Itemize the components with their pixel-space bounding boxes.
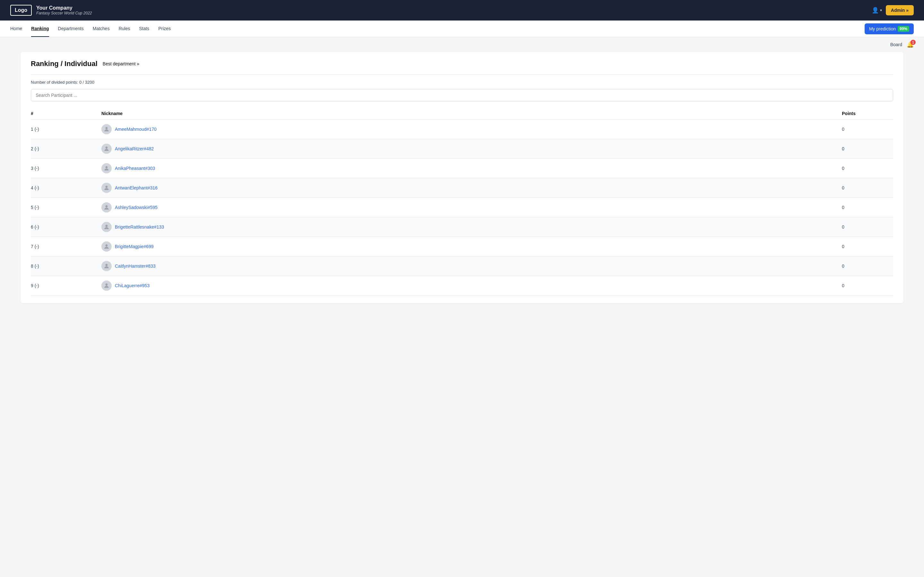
nav-item-stats[interactable]: Stats bbox=[139, 21, 149, 37]
avatar bbox=[102, 242, 111, 251]
rank-cell: 8 (-) bbox=[31, 263, 102, 269]
header-left: Logo Your Company Fantasy Soccer World C… bbox=[10, 5, 92, 16]
company-subtitle: Fantasy Soccer World Cup 2022 bbox=[36, 11, 92, 15]
svg-point-7 bbox=[105, 264, 108, 266]
company-info: Your Company Fantasy Soccer World Cup 20… bbox=[36, 5, 92, 15]
nickname-link[interactable]: BrigitteMagpie#699 bbox=[115, 244, 153, 249]
main-content: Ranking / Individual Best department » N… bbox=[21, 52, 903, 303]
prediction-score-badge: 99% bbox=[898, 26, 909, 32]
header-right: 👤 ▾ Admin » bbox=[872, 5, 914, 15]
nickname-cell: AnikaPheasant#303 bbox=[102, 163, 842, 173]
header: Logo Your Company Fantasy Soccer World C… bbox=[0, 0, 924, 21]
points-cell: 0 bbox=[842, 146, 893, 151]
nickname-cell: ChiLaguerre#953 bbox=[102, 280, 842, 291]
svg-point-5 bbox=[105, 225, 108, 227]
points-cell: 0 bbox=[842, 166, 893, 171]
nav-bar: Home Ranking Departments Matches Rules S… bbox=[0, 21, 924, 37]
sub-header: Board 🔔 1 bbox=[0, 37, 924, 52]
logo: Logo bbox=[10, 5, 32, 16]
table-row: 3 (-) AnikaPheasant#303 0 bbox=[31, 159, 893, 178]
table-row: 4 (-) AntwanElephant#316 0 bbox=[31, 178, 893, 198]
table-row: 8 (-) CaitlynHamster#833 0 bbox=[31, 256, 893, 276]
company-name: Your Company bbox=[36, 5, 92, 11]
avatar bbox=[102, 202, 111, 213]
nickname-link[interactable]: AnikaPheasant#303 bbox=[115, 166, 155, 171]
avatar bbox=[102, 143, 111, 154]
avatar bbox=[102, 183, 111, 193]
svg-point-0 bbox=[105, 127, 108, 129]
nickname-link[interactable]: BrigetteRattlesnake#133 bbox=[115, 224, 164, 229]
search-input[interactable] bbox=[31, 89, 893, 101]
points-cell: 0 bbox=[842, 185, 893, 190]
rank-cell: 2 (-) bbox=[31, 146, 102, 151]
col-rank: # bbox=[31, 111, 102, 116]
table-row: 5 (-) AshleySadowski#595 0 bbox=[31, 198, 893, 218]
admin-button[interactable]: Admin » bbox=[886, 5, 914, 15]
nav-item-rules[interactable]: Rules bbox=[119, 21, 130, 37]
avatar bbox=[102, 222, 111, 232]
rank-cell: 3 (-) bbox=[31, 166, 102, 171]
page-title-row: Ranking / Individual Best department » bbox=[31, 60, 893, 68]
nickname-cell: BrigetteRattlesnake#133 bbox=[102, 222, 842, 232]
nav-item-home[interactable]: Home bbox=[10, 21, 22, 37]
nav-item-departments[interactable]: Departments bbox=[58, 21, 84, 37]
rank-cell: 7 (-) bbox=[31, 244, 102, 249]
points-cell: 0 bbox=[842, 224, 893, 229]
nickname-cell: AngelikaRitzer#482 bbox=[102, 143, 842, 154]
user-chevron: ▾ bbox=[880, 8, 882, 13]
rank-cell: 9 (-) bbox=[31, 283, 102, 288]
my-prediction-button[interactable]: My prediction 99% bbox=[865, 23, 914, 34]
svg-point-4 bbox=[105, 205, 108, 207]
table-row: 7 (-) BrigitteMagpie#699 0 bbox=[31, 237, 893, 256]
points-cell: 0 bbox=[842, 127, 893, 132]
svg-point-6 bbox=[105, 244, 108, 247]
table-row: 9 (-) ChiLaguerre#953 0 bbox=[31, 276, 893, 295]
avatar bbox=[102, 163, 111, 173]
rank-cell: 4 (-) bbox=[31, 185, 102, 190]
svg-point-3 bbox=[105, 185, 108, 188]
rank-cell: 1 (-) bbox=[31, 127, 102, 132]
table-row: 1 (-) AmeeMahmoud#170 0 bbox=[31, 119, 893, 139]
svg-point-2 bbox=[105, 166, 108, 168]
nickname-cell: BrigitteMagpie#699 bbox=[102, 242, 842, 251]
nav-item-prizes[interactable]: Prizes bbox=[158, 21, 171, 37]
avatar bbox=[102, 124, 111, 134]
nickname-link[interactable]: AmeeMahmoud#170 bbox=[115, 127, 157, 132]
nav-links: Home Ranking Departments Matches Rules S… bbox=[10, 21, 171, 37]
nickname-link[interactable]: ChiLaguerre#953 bbox=[115, 283, 150, 288]
notifications-bell-button[interactable]: 🔔 1 bbox=[907, 41, 914, 48]
nickname-link[interactable]: AntwanElephant#316 bbox=[115, 185, 158, 190]
nickname-link[interactable]: AshleySadowski#595 bbox=[115, 205, 158, 210]
points-cell: 0 bbox=[842, 205, 893, 210]
avatar bbox=[102, 261, 111, 271]
points-info: Number of divided points: 0 / 3200 bbox=[31, 80, 893, 85]
table-header: # Nickname Points bbox=[31, 108, 893, 119]
rank-cell: 5 (-) bbox=[31, 205, 102, 210]
points-cell: 0 bbox=[842, 244, 893, 249]
my-prediction-label: My prediction bbox=[869, 26, 896, 31]
avatar bbox=[102, 280, 111, 291]
points-cell: 0 bbox=[842, 283, 893, 288]
table-row: 6 (-) BrigetteRattlesnake#133 0 bbox=[31, 218, 893, 237]
best-department-button[interactable]: Best department » bbox=[103, 61, 139, 66]
rank-cell: 6 (-) bbox=[31, 224, 102, 229]
nickname-link[interactable]: AngelikaRitzer#482 bbox=[115, 146, 153, 151]
col-points: Points bbox=[842, 111, 893, 116]
svg-point-1 bbox=[105, 147, 108, 149]
user-icon: 👤 bbox=[872, 7, 879, 14]
table-body: 1 (-) AmeeMahmoud#170 0 2 (-) AngelikaRi… bbox=[31, 119, 893, 295]
divider bbox=[31, 74, 893, 75]
nickname-cell: AmeeMahmoud#170 bbox=[102, 124, 842, 134]
points-cell: 0 bbox=[842, 263, 893, 269]
table-row: 2 (-) AngelikaRitzer#482 0 bbox=[31, 139, 893, 159]
svg-point-8 bbox=[105, 284, 108, 285]
nav-item-matches[interactable]: Matches bbox=[93, 21, 110, 37]
nickname-cell: AntwanElephant#316 bbox=[102, 183, 842, 193]
board-link[interactable]: Board bbox=[890, 42, 902, 47]
notification-count-badge: 1 bbox=[911, 40, 916, 45]
page-title: Ranking / Individual bbox=[31, 60, 97, 68]
col-nickname: Nickname bbox=[102, 111, 842, 116]
nav-item-ranking[interactable]: Ranking bbox=[31, 21, 49, 37]
user-menu-button[interactable]: 👤 ▾ bbox=[872, 7, 882, 14]
nickname-link[interactable]: CaitlynHamster#833 bbox=[115, 263, 156, 269]
